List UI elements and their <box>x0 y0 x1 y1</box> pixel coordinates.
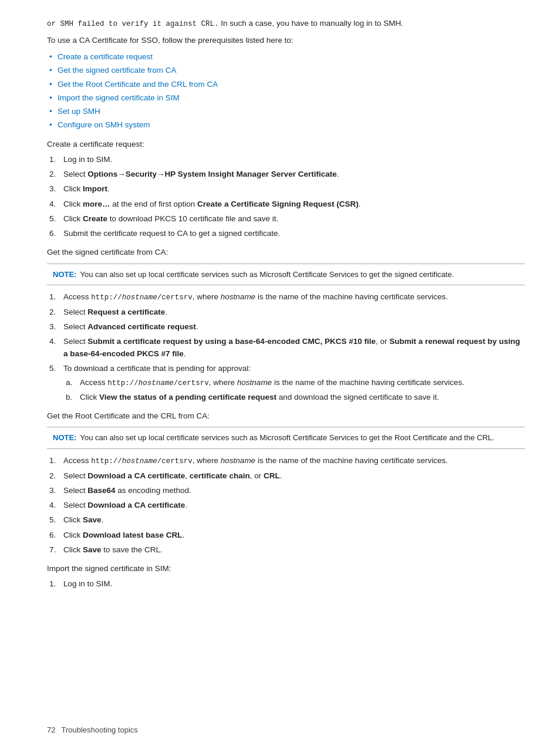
list-item: Create a certificate request <box>47 51 525 63</box>
note-label-signed: NOTE: <box>53 269 76 281</box>
link-root-cert[interactable]: Get the Root Certificate and the CRL fro… <box>58 80 218 89</box>
request-cert-bold: Request a certificate <box>87 308 165 316</box>
list-item: Import the signed certificate in SIM <box>47 92 525 104</box>
code-certsrv-1: http://hostname/certsrv <box>91 293 193 302</box>
hostname-italic-3: hostname <box>221 456 255 465</box>
root-cert-steps: 1.Access http://hostname/certsrv, where … <box>47 455 525 556</box>
view-status-bold: View the status of a pending certificate… <box>99 393 276 401</box>
root-cert-heading: Get the Root Certificate and the CRL fro… <box>47 410 525 422</box>
note-box-root: NOTE: You can also set up local certific… <box>47 427 525 449</box>
footer-section: Troubleshooting topics <box>61 724 137 736</box>
intro-text: In such a case, you have to manually log… <box>221 19 403 28</box>
sub-item-b: b.Click View the status of a pending cer… <box>63 391 525 403</box>
link-import-cert[interactable]: Import the signed certificate in SIM <box>58 93 180 102</box>
page-number: 72 <box>47 724 55 736</box>
download-crl-bold: Download latest base CRL <box>83 531 183 539</box>
create-cert-heading: Create a certificate request: <box>47 139 525 150</box>
root-cert-step-3: 3.Select Base64 as encoding method. <box>47 485 525 497</box>
list-item: Get the signed certificate from CA <box>47 65 525 76</box>
get-signed-step-3: 3.Select Advanced certificate request. <box>47 321 525 333</box>
sub-list-5: a.Access http://hostname/certsrv, where … <box>63 377 525 403</box>
cert-chain-bold: certificate chain <box>190 471 250 480</box>
download-ca2-bold: Download a CA certificate <box>87 501 185 509</box>
get-signed-heading: Get the signed certificate from CA: <box>47 247 525 258</box>
root-cert-step-7: 7.Click Save to save the CRL. <box>47 544 525 556</box>
link-setup-smh[interactable]: Set up SMH <box>58 107 100 116</box>
advanced-cert-bold: Advanced certificate request <box>87 322 196 331</box>
import-bold: Import <box>83 184 107 193</box>
code-certsrv-2: http://hostname/certsrv <box>107 379 209 387</box>
option-bold: Options→Security→HP System Insight Manag… <box>87 170 336 178</box>
page-content: or SMH failed to verify it against CRL. … <box>47 18 525 590</box>
create-cert-step-2: 2.Select Options→Security→HP System Insi… <box>47 168 525 180</box>
create-bold: Create <box>83 214 107 223</box>
save2-bold: Save <box>83 545 102 554</box>
submit-cert-bold: Submit a certificate request by using a … <box>87 337 376 346</box>
import-cert-steps: 1.Log in to SIM. <box>47 578 525 590</box>
root-cert-step-5: 5.Click Save. <box>47 514 525 526</box>
intro-code: or SMH failed to verify it against CRL. <box>47 20 219 28</box>
create-cert-steps: 1.Log in to SIM. 2.Select Options→Securi… <box>47 154 525 240</box>
get-signed-steps: 1.Access http://hostname/certsrv, where … <box>47 291 525 403</box>
import-cert-step-1: 1.Log in to SIM. <box>47 578 525 590</box>
hostname-italic-2: hostname <box>237 378 272 387</box>
note-text-root: You can also set up local certificate se… <box>80 432 494 444</box>
csr-bold: Create a Certificate Signing Request (CS… <box>197 200 359 208</box>
get-signed-step-2: 2.Select Request a certificate. <box>47 306 525 318</box>
create-cert-step-1: 1.Log in to SIM. <box>47 154 525 166</box>
sub-item-a: a.Access http://hostname/certsrv, where … <box>63 377 525 389</box>
create-cert-step-3: 3.Click Import. <box>47 183 525 195</box>
link-configure-smh[interactable]: Configure on SMH system <box>58 120 150 129</box>
list-item: Set up SMH <box>47 106 525 117</box>
create-cert-step-6: 6.Submit the certificate request to CA t… <box>47 228 525 239</box>
note-label-root: NOTE: <box>53 432 76 444</box>
note-text-signed: You can also set up local certificate se… <box>80 269 454 281</box>
get-signed-step-1: 1.Access http://hostname/certsrv, where … <box>47 291 525 303</box>
root-cert-step-2: 2.Select Download a CA certificate, cert… <box>47 470 525 482</box>
more-bold: more… <box>83 200 110 208</box>
note-box-signed: NOTE: You can also set up local certific… <box>47 264 525 286</box>
list-item: Configure on SMH system <box>47 119 525 131</box>
hostname-italic: hostname <box>221 292 255 301</box>
root-cert-step-4: 4.Select Download a CA certificate. <box>47 499 525 511</box>
base64-bold: Base64 <box>87 486 115 495</box>
prerequisites-list: Create a certificate request Get the sig… <box>47 51 525 131</box>
link-create-cert[interactable]: Create a certificate request <box>58 52 153 61</box>
crl-bold: CRL <box>264 471 280 480</box>
intro-line2: To use a CA Certificate for SSO, follow … <box>47 35 525 46</box>
get-signed-step-5: 5.To download a certificate that is pend… <box>47 363 525 403</box>
link-get-signed[interactable]: Get the signed certificate from CA <box>58 66 177 75</box>
import-cert-heading: Import the signed certificate in SIM: <box>47 563 525 575</box>
create-cert-step-5: 5.Click Create to download PKCS 10 certi… <box>47 213 525 225</box>
save-bold: Save <box>83 515 102 524</box>
list-item: Get the Root Certificate and the CRL fro… <box>47 79 525 90</box>
root-cert-step-6: 6.Click Download latest base CRL. <box>47 529 525 541</box>
download-ca-bold: Download a CA certificate <box>87 471 185 480</box>
footer: 72 Troubleshooting topics <box>0 724 560 736</box>
get-signed-step-4: 4.Select Submit a certificate request by… <box>47 336 525 360</box>
intro-para: or SMH failed to verify it against CRL. … <box>47 18 525 30</box>
create-cert-step-4: 4.Click more… at the end of first option… <box>47 198 525 210</box>
root-cert-step-1: 1.Access http://hostname/certsrv, where … <box>47 455 525 467</box>
code-certsrv-3: http://hostname/certsrv <box>91 457 193 465</box>
